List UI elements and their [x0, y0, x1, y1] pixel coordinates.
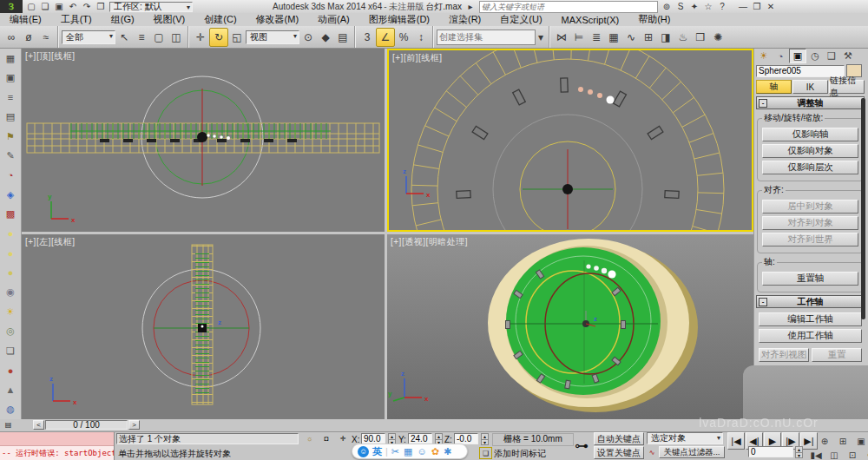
viewport-left-label[interactable]: [+][左][线框] — [25, 236, 76, 248]
menu-edit[interactable]: 编辑(E) — [0, 13, 51, 26]
select-and-scale-icon[interactable]: ◱ — [228, 29, 246, 46]
select-and-move-icon[interactable]: ✛ — [192, 29, 209, 46]
left-tool-grid-icon[interactable]: ▩ — [2, 205, 19, 224]
align-to-world-button[interactable]: 对齐到世界 — [762, 233, 858, 246]
left-tool-list-icon[interactable]: ≡ — [2, 88, 19, 107]
previous-key-button[interactable]: < — [33, 420, 44, 430]
time-tag-icon[interactable]: ❏ — [479, 447, 492, 459]
absolute-offset-mode-icon[interactable]: ✛ — [337, 433, 349, 444]
selected-filter-dropdown[interactable]: 选定对象 — [647, 432, 723, 444]
left-tool-cone-icon[interactable]: ▲ — [2, 380, 19, 399]
menu-create[interactable]: 创建(C) — [194, 13, 246, 26]
communication-center-icon[interactable]: ✦ — [687, 1, 701, 12]
curve-editor-icon[interactable]: ∿ — [622, 29, 640, 46]
auto-key-button[interactable]: 自动关键点 — [594, 432, 644, 445]
time-slider[interactable]: 0 / 100 — [45, 420, 128, 430]
command-panel-scrollbar[interactable] — [861, 98, 865, 319]
ik-mode-button[interactable]: IK — [792, 80, 828, 94]
menu-group[interactable]: 组(G) — [102, 13, 144, 26]
key-mode-toggle-icon[interactable]: ▮◀ — [807, 446, 825, 460]
listener-pink-line[interactable] — [0, 432, 114, 446]
left-tool-window-icon[interactable]: ▣ — [2, 68, 19, 87]
bind-to-space-warp-icon[interactable]: ≈ — [37, 29, 55, 46]
key-filters-button[interactable]: 关键点过滤器... — [659, 446, 725, 458]
close-icon[interactable]: ✕ — [764, 1, 778, 12]
subscription-key-icon[interactable]: S — [674, 1, 687, 12]
tab-create[interactable]: ☀ — [756, 49, 772, 62]
reset-button[interactable]: 重置 — [812, 348, 862, 362]
selection-filter-dropdown[interactable]: 全部 — [62, 30, 115, 44]
viewport-top-canvas[interactable]: y x — [22, 49, 385, 232]
left-tool-target-icon[interactable]: ◎ — [2, 322, 19, 341]
left-tool-sphere3-icon[interactable]: ● — [2, 263, 19, 282]
restore-icon[interactable]: ❐ — [750, 1, 764, 12]
viewport-top[interactable]: [+][顶][线框] y x — [22, 49, 385, 232]
left-tool-flag-icon[interactable]: ⚑ — [2, 127, 19, 146]
set-key-button[interactable]: 设置关键点 — [594, 446, 644, 459]
left-tool-paint-icon[interactable]: ● — [2, 361, 19, 380]
viewport-left-canvas[interactable]: z z x — [22, 234, 385, 419]
viewport-front-canvas[interactable]: z x — [389, 50, 752, 230]
menu-views[interactable]: 视图(V) — [144, 13, 195, 26]
menu-graph-editors[interactable]: 图形编辑器(D) — [359, 13, 439, 26]
maxscript-mini-listener[interactable]: -- 运行时错误: startObjectCre — [0, 432, 115, 460]
mirror-icon[interactable]: ⋈ — [553, 29, 570, 46]
undo-icon[interactable]: ↶ — [66, 1, 80, 12]
new-file-icon[interactable]: ▢ — [24, 1, 38, 12]
selection-lock-icon[interactable]: ◘ — [320, 433, 332, 444]
viewport-perspective-canvas[interactable]: z z x y — [387, 234, 753, 419]
select-and-rotate-icon[interactable]: ↻ — [209, 28, 228, 47]
scissors-icon[interactable]: ✂ — [391, 446, 399, 457]
left-tool-sphere1-icon[interactable]: ● — [2, 224, 19, 243]
tab-hierarchy[interactable]: ▣ — [789, 49, 806, 63]
ime-logo-icon[interactable]: ☺ — [358, 446, 369, 457]
go-to-start-button[interactable]: |◀ — [727, 432, 745, 450]
window-crossing-toggle-icon[interactable]: ◫ — [168, 29, 185, 46]
frame-spinner[interactable] — [795, 446, 803, 458]
orbit-icon[interactable]: ↺ — [862, 446, 868, 460]
viewport-left[interactable]: [+][左][线框] z z x — [22, 234, 385, 419]
isolate-selection-bulb-icon[interactable]: ☼ — [304, 433, 316, 444]
menu-rendering[interactable]: 渲染(R) — [439, 13, 490, 26]
next-key-button[interactable]: > — [128, 420, 140, 430]
add-time-tag[interactable]: 添加时间标记 — [494, 448, 546, 460]
affect-hierarchy-only-button[interactable]: 仅影响层次 — [762, 161, 858, 174]
schematic-view-icon[interactable]: ⊞ — [640, 29, 657, 46]
tab-modify[interactable]: ◔ — [773, 49, 788, 62]
ime-language-toggle[interactable]: 英 — [372, 445, 382, 458]
workspace-dropdown[interactable]: 工作区: 默认 — [109, 2, 193, 12]
skin-icon[interactable]: ✿ — [431, 446, 439, 457]
edit-working-pivot-button[interactable]: 编辑工作轴 — [759, 312, 862, 326]
viewport-perspective[interactable]: [+][透视][明暗处理] — [387, 234, 753, 419]
help-icon[interactable]: ? — [715, 1, 729, 12]
viewport-front-label[interactable]: [+][前][线框] — [392, 52, 443, 64]
current-frame-input[interactable] — [748, 446, 793, 457]
select-by-name-icon[interactable]: ≡ — [133, 29, 150, 46]
menu-help[interactable]: 帮助(H) — [628, 13, 680, 26]
reference-coordinate-dropdown[interactable]: 视图 — [246, 30, 299, 44]
tab-utilities[interactable]: ⚒ — [840, 49, 856, 62]
menu-modifiers[interactable]: 修改器(M) — [247, 13, 309, 26]
working-pivot-rollout[interactable]: -工作轴 — [756, 295, 865, 308]
percent-snap-toggle-icon[interactable]: % — [395, 29, 412, 46]
redo-icon[interactable]: ↷ — [80, 1, 94, 12]
affect-pivot-only-button[interactable]: 仅影响轴 — [762, 128, 858, 141]
align-icon[interactable]: ⊨ — [570, 29, 588, 46]
keyboard-override-toggle-icon[interactable]: ▤ — [334, 29, 352, 46]
use-working-pivot-button[interactable]: 使用工作轴 — [759, 329, 862, 343]
snap-toggle-3d-icon[interactable]: 3 — [358, 29, 376, 46]
align-to-object-button[interactable]: 对齐到对象 — [762, 216, 858, 230]
search-icon[interactable]: ⊚ — [660, 1, 674, 12]
graphite-ribbon-icon[interactable]: ▦ — [605, 29, 622, 46]
menu-maxscript[interactable]: MAXScript(X) — [552, 15, 629, 25]
left-tool-sphere2-icon[interactable]: ● — [2, 244, 19, 263]
profile-icon[interactable]: ☺ — [417, 446, 426, 457]
menu-animation[interactable]: 动画(A) — [308, 13, 359, 26]
menu-tools[interactable]: 工具(T) — [51, 13, 102, 26]
adjust-pivot-rollout[interactable]: -调整轴 — [756, 96, 865, 109]
material-editor-icon[interactable]: ◨ — [657, 29, 674, 46]
left-tool-sun-icon[interactable]: ☀ — [2, 302, 19, 321]
unlink-selection-icon[interactable]: ø — [20, 29, 37, 46]
favorites-star-icon[interactable]: ☆ — [701, 1, 715, 12]
3ds-max-logo[interactable]: Ɜ — [0, 0, 23, 13]
